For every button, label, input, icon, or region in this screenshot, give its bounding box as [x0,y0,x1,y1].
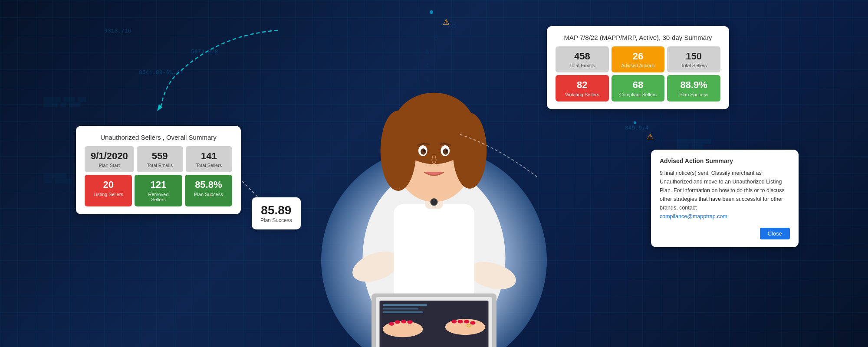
unauthorized-row-1: 9/1/2020 Plan Start 559 Total Emails 141… [85,146,232,172]
stat-violating-sellers: 82 Violating Sellers [556,75,609,101]
dot [634,121,636,124]
stat-total-emails-map-label: Total Emails [562,63,603,68]
svg-point-15 [446,150,447,151]
svg-point-27 [395,320,400,324]
stat-removed-sellers-label: Removed Sellers [141,192,176,202]
stat-total-emails-unauth-label: Total Emails [143,163,177,168]
svg-point-31 [458,320,463,323]
stat-compliant-sellers-label: Compliant Sellers [618,92,659,97]
svg-point-33 [470,321,475,324]
card-map-title: MAP 7/8/22 (MAPP/MRP, Active), 30-day Su… [556,34,720,41]
stat-plan-start-label: Plan Start [91,163,128,168]
person-illustration [326,35,542,347]
stat-plan-success-unauth-value: 85.8% [191,179,226,190]
stat-compliant-sellers: 68 Compliant Sellers [612,75,665,101]
svg-point-9 [453,113,487,189]
warning-icon: ⚠ [647,132,654,141]
stat-total-emails-unauth-value: 559 [143,151,177,162]
float-num: 5 [451,21,457,31]
svg-point-26 [389,322,394,325]
stat-total-emails-map: 458 Total Emails [556,46,609,72]
svg-point-14 [423,150,425,151]
stat-plan-start-value: 9/1/2020 [91,151,128,162]
svg-point-13 [443,148,448,154]
stat-plan-success-map-label: Plan Success [673,92,714,97]
stat-listing-sellers-value: 20 [91,179,126,190]
stat-total-sellers-map-value: 150 [673,51,714,62]
svg-rect-21 [383,304,427,306]
svg-point-29 [407,320,412,324]
card-map-summary: MAP 7/8/22 (MAPP/MRP, Active), 30-day Su… [547,26,729,109]
stat-plan-success-map: 88.9% Plan Success [667,75,720,101]
stat-violating-sellers-label: Violating Sellers [562,92,603,97]
stat-advised-actions-value: 26 [618,51,659,62]
unauthorized-row-2: 20 Listing Sellers 121 Removed Sellers 8… [85,175,232,206]
svg-point-8 [381,111,416,191]
unauthorized-stats-grid: 9/1/2020 Plan Start 559 Total Emails 141… [85,146,232,206]
svg-rect-23 [383,311,423,313]
plan-success-bubble-label: Plan Success [260,217,292,223]
map-stats-grid: 458 Total Emails 26 Advised Actions 150 … [556,46,720,101]
stat-total-sellers-unauth-label: Total Sellers [192,163,226,168]
stat-listing-sellers-label: Listing Sellers [91,192,126,197]
svg-point-12 [421,148,426,154]
card-advised-title: Advised Action Summary [660,157,790,164]
advised-text: 9 final notice(s) sent. Classify merchan… [660,169,790,221]
svg-point-28 [401,320,406,323]
svg-point-30 [451,320,457,323]
map-row-1: 458 Total Emails 26 Advised Actions 150 … [556,46,720,72]
plan-success-bubble: 85.89 Plan Success [252,197,301,229]
dot [430,10,433,14]
stat-total-sellers-map: 150 Total Sellers [667,46,720,72]
svg-rect-22 [383,308,418,309]
stat-total-sellers-map-label: Total Sellers [673,63,714,68]
svg-point-32 [464,320,469,323]
stat-violating-sellers-value: 82 [562,79,603,91]
stat-total-emails-map-value: 458 [562,51,603,62]
stat-total-emails-unauth: 559 Total Emails [137,146,183,172]
stat-plan-success-unauth-label: Plan Success [191,192,226,197]
advised-email-link[interactable]: compliance@mapptrap.com. [660,213,729,219]
person-container [326,35,542,347]
svg-point-24 [383,321,423,337]
svg-point-16 [431,198,437,205]
map-row-2: 82 Violating Sellers 68 Compliant Seller… [556,75,720,101]
plan-success-bubble-value: 85.89 [260,203,292,217]
stat-total-sellers-unauth: 141 Total Sellers [186,146,232,172]
card-advised-action: Advised Action Summary 9 final notice(s)… [651,150,799,247]
float-num: 849.974 [625,125,649,131]
card-unauthorized-title: Unauthorized Sellers , Overall Summary [85,134,232,141]
card-unauthorized-sellers: Unauthorized Sellers , Overall Summary 9… [76,126,241,214]
stat-compliant-sellers-value: 68 [618,79,659,91]
stat-removed-sellers: 121 Removed Sellers [135,175,182,206]
cyan-dashed-line [156,26,286,113]
stat-advised-actions-label: Advised Actions [618,63,659,68]
warning-icon: ⚠ [443,17,450,27]
close-button[interactable]: Close [760,228,790,239]
stat-advised-actions: 26 Advised Actions [612,46,665,72]
stat-plan-success-map-value: 88.9% [673,79,714,91]
stat-listing-sellers: 20 Listing Sellers [85,175,132,206]
stat-plan-start: 9/1/2020 Plan Start [85,146,134,172]
float-num: 9313.716 [104,28,131,34]
stat-total-sellers-unauth-value: 141 [192,151,226,162]
stat-removed-sellers-value: 121 [141,179,176,190]
stat-plan-success-unauth: 85.8% Plan Success [185,175,232,206]
